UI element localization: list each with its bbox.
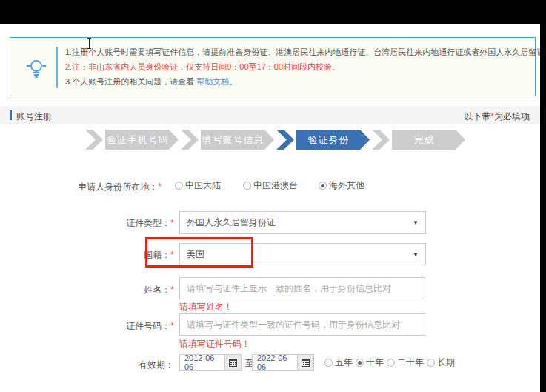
radio-long-term[interactable]: 长期 — [427, 356, 455, 369]
name-error: 请填写姓名！ — [179, 301, 233, 313]
calendar-icon — [229, 359, 237, 367]
name-label: 姓名：* — [0, 284, 174, 296]
step-chevron-icon — [85, 130, 103, 150]
lightbulb-icon — [24, 56, 49, 81]
nationality-value: 美国 — [187, 248, 204, 261]
doc-type-select[interactable]: 外国人永久居留身份证 ▼ — [179, 211, 426, 234]
registration-page: 1.注册个人账号时需要填写证件信息，请提前准备身份证、港澳居民往来内地通行证、台… — [0, 0, 546, 392]
notice-line-2: 2.注：非山东省内人员身份验证，仅支持日间9：00至17：00时间段内校验。 — [65, 59, 528, 74]
notice-line-3-period: 。 — [229, 77, 237, 86]
id-number-label: 证件号码：* — [0, 320, 174, 333]
radio-label: 海外其他 — [329, 179, 364, 192]
radio-circle-icon[interactable] — [243, 182, 251, 190]
radio-circle-icon[interactable] — [175, 182, 183, 190]
radio-circle-icon[interactable] — [356, 359, 364, 367]
validity-duration-radios: 五年 十年 二十年 长期 — [324, 356, 458, 369]
doc-type-value: 外国人永久居留身份证 — [187, 216, 276, 229]
required-asterisk: * — [170, 321, 174, 331]
section-header: 账号注册 以下带*为必填项 — [0, 106, 540, 124]
radio-label: 中国港澳台 — [253, 179, 298, 192]
radio-circle-icon[interactable] — [427, 359, 435, 367]
help-doc-link[interactable]: 帮助文档 — [196, 77, 229, 86]
chevron-down-icon: ▼ — [413, 251, 419, 258]
step-chevron-icon — [276, 130, 294, 150]
notice-divider — [56, 47, 58, 88]
step-account-info: 填写账号信息 — [181, 130, 274, 150]
text-cursor — [87, 38, 93, 49]
step-verify-identity: 验证身份 — [276, 130, 370, 150]
radio-circle-icon[interactable] — [324, 359, 333, 367]
steps-bar: 验证手机号码 填写账号信息 验证身份 完成 — [85, 130, 467, 150]
validity-from-value: 2012-06-06 — [180, 355, 224, 370]
calendar-icon — [302, 359, 310, 367]
notice-line-3-text: 3.个人账号注册的相关问题，请查看 — [65, 77, 196, 86]
doc-type-label: 证件类型：* — [0, 217, 174, 230]
required-asterisk: * — [158, 182, 162, 192]
radio-label: 十年 — [366, 356, 384, 369]
radio-label: 中国大陆 — [185, 179, 221, 192]
step-label: 验证身份 — [296, 130, 370, 150]
chevron-down-icon: ▼ — [413, 219, 419, 226]
location-label: 申请人身份所在地：* — [0, 181, 162, 193]
notice-line-3: 3.个人账号注册的相关问题，请查看 帮助文档。 — [65, 74, 528, 89]
calendar-button[interactable] — [224, 355, 241, 370]
radio-circle-icon[interactable] — [319, 182, 327, 190]
radio-overseas-other[interactable]: 海外其他 — [319, 179, 364, 192]
step-label: 完成 — [392, 130, 465, 150]
radio-five-years[interactable]: 五年 — [324, 356, 353, 369]
radio-circle-icon[interactable] — [387, 359, 395, 367]
id-number-input[interactable] — [179, 313, 425, 336]
required-note: 以下带*为必填项 — [464, 110, 530, 123]
radio-twenty-years[interactable]: 二十年 — [387, 356, 424, 369]
radio-hk-macao-taiwan[interactable]: 中国港澳台 — [243, 179, 298, 192]
validity-label: 有效期： — [0, 359, 174, 371]
required-asterisk: * — [170, 250, 174, 260]
right-black-bar — [540, 0, 546, 392]
required-note-prefix: 以下带 — [464, 111, 490, 122]
name-input[interactable] — [179, 277, 425, 299]
required-asterisk: * — [170, 285, 174, 295]
title-accent-bar — [10, 110, 12, 120]
step-chevron-icon — [372, 130, 390, 150]
step-label: 验证手机号码 — [105, 130, 179, 150]
step-label: 填写账号信息 — [201, 130, 274, 150]
step-chevron-icon — [181, 130, 199, 150]
validity-from-datepicker[interactable]: 2012-06-06 — [179, 354, 242, 371]
nationality-label: 国籍：* — [0, 249, 174, 262]
page-title: 账号注册 — [16, 110, 52, 123]
radio-label: 二十年 — [397, 356, 424, 369]
nationality-select[interactable]: 美国 ▼ — [179, 243, 426, 265]
required-note-suffix: 为必填项 — [494, 111, 530, 122]
step-verify-phone: 验证手机号码 — [85, 130, 179, 150]
notice-line-1: 1.注册个人账号时需要填写证件信息，请提前准备身份证、港澳居民往来内地通行证、台… — [65, 44, 528, 59]
step-complete: 完成 — [372, 130, 465, 150]
top-black-bar — [0, 0, 546, 24]
radio-label: 五年 — [335, 356, 353, 369]
validity-to-value: 2022-06-06 — [253, 355, 297, 370]
radio-mainland-china[interactable]: 中国大陆 — [175, 179, 221, 192]
radio-label: 长期 — [437, 356, 455, 369]
calendar-button[interactable] — [297, 355, 313, 370]
radio-ten-years[interactable]: 十年 — [356, 356, 384, 369]
required-asterisk: * — [170, 218, 174, 228]
validity-to-datepicker[interactable]: 2022-06-06 — [252, 354, 314, 371]
id-number-error: 请填写证件号码！ — [179, 338, 250, 351]
